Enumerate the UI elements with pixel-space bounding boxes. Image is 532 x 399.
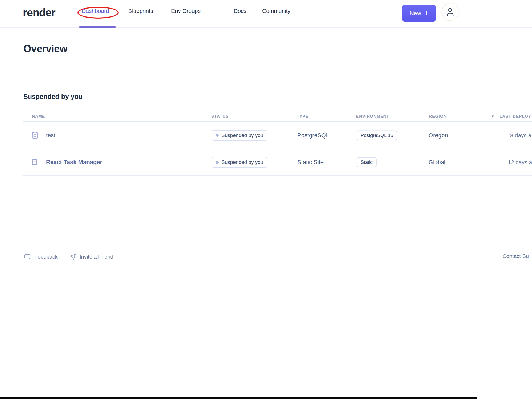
status-badge-label: Suspended by you: [221, 159, 263, 165]
last-deploy-value: 12 days a: [508, 159, 532, 165]
service-region: Oregon: [428, 132, 448, 139]
render-dashboard-page: render Dashboard Blueprints Env Groups D…: [0, 0, 532, 399]
environment-badge-label: PostgreSQL 15: [357, 130, 397, 140]
environment-badge-label: Static: [357, 157, 377, 167]
nav-divider: [218, 6, 218, 17]
sort-descending-icon[interactable]: ▼: [491, 114, 495, 118]
contact-support-label: Contact Su: [502, 253, 529, 259]
column-header-name[interactable]: NAME: [32, 114, 45, 118]
service-region: Global: [428, 159, 446, 166]
environment-badge: PostgreSQL 15: [357, 130, 397, 140]
page-title: Overview: [23, 43, 67, 55]
status-dot-icon: [216, 134, 219, 137]
service-name[interactable]: React Task Manager: [46, 159, 102, 166]
table-header-row: NAME STATUS TYPE ENVIRONMENT REGION ▼ LA…: [23, 112, 532, 122]
service-type: PostgreSQL: [297, 132, 329, 139]
nav-item-docs[interactable]: Docs: [234, 8, 246, 14]
column-header-region[interactable]: REGION: [429, 114, 447, 118]
contact-support-link[interactable]: Contact Su: [502, 253, 529, 259]
last-deploy-value: 8 days a: [510, 132, 531, 139]
services-table: NAME STATUS TYPE ENVIRONMENT REGION ▼ LA…: [23, 112, 532, 177]
active-tab-underline: [79, 26, 116, 28]
status-dot-icon: [216, 161, 219, 164]
service-name[interactable]: test: [46, 132, 55, 139]
render-logo[interactable]: render: [23, 6, 55, 19]
feedback-bubble-icon: [24, 253, 31, 260]
paper-plane-icon: [69, 253, 76, 260]
table-row-test[interactable]: test Suspended by you PostgreSQL Postgre…: [23, 122, 532, 149]
nav-item-community[interactable]: Community: [262, 8, 290, 14]
feedback-label: Feedback: [34, 254, 58, 260]
invite-label: Invite a Friend: [80, 254, 113, 260]
top-navigation-bar: render Dashboard Blueprints Env Groups D…: [0, 0, 532, 28]
status-badge-label: Suspended by you: [221, 132, 263, 138]
nav-item-dashboard[interactable]: Dashboard: [82, 8, 109, 14]
plus-icon: +: [424, 9, 428, 17]
column-header-status[interactable]: STATUS: [211, 114, 229, 118]
nav-item-blueprints[interactable]: Blueprints: [128, 8, 153, 14]
feedback-link[interactable]: Feedback: [24, 253, 58, 260]
database-icon: [31, 131, 39, 139]
user-menu-button[interactable]: [441, 3, 459, 21]
status-badge: Suspended by you: [212, 157, 267, 168]
nav-item-env-groups[interactable]: Env Groups: [171, 8, 201, 14]
column-header-type[interactable]: TYPE: [297, 114, 308, 118]
table-row-react-task-manager[interactable]: React Task Manager Suspended by you Stat…: [23, 149, 532, 176]
column-header-environment[interactable]: ENVIRONMENT: [356, 114, 389, 118]
section-heading-suspended: Suspended by you: [23, 93, 83, 101]
new-button[interactable]: New +: [402, 5, 436, 22]
column-header-last-deploy[interactable]: LAST DEPLOY: [500, 114, 531, 118]
environment-badge: Static: [357, 157, 377, 167]
service-type: Static Site: [297, 159, 324, 166]
status-badge: Suspended by you: [212, 130, 267, 141]
new-button-label: New: [410, 10, 421, 17]
bottom-edge-bar: [0, 397, 477, 399]
static-site-icon: [31, 158, 39, 166]
invite-a-friend-link[interactable]: Invite a Friend: [69, 253, 113, 260]
person-icon: [445, 7, 456, 17]
